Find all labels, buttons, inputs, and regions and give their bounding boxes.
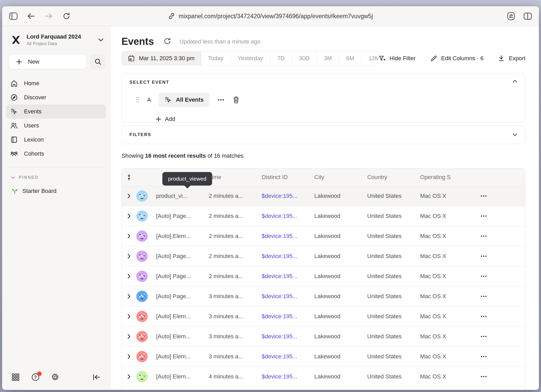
range-6m[interactable]: 6M	[339, 52, 361, 65]
table-row[interactable]	[122, 387, 525, 390]
edit-columns-button[interactable]: Edit Columns · 6	[430, 55, 484, 62]
country-cell: United States	[367, 253, 420, 260]
chevron-up-icon[interactable]	[513, 80, 517, 83]
row-expand-icon[interactable]	[127, 354, 131, 359]
country-cell: United States	[367, 353, 420, 360]
refresh-icon[interactable]	[163, 37, 172, 46]
row-actions-button[interactable]	[478, 315, 487, 317]
range-30d[interactable]: 30D	[292, 52, 317, 65]
range-7d[interactable]: 7D	[270, 52, 292, 65]
distinct-id-link[interactable]: $device:195...	[262, 213, 314, 219]
address-bar[interactable]: mixpanel.com/project/3472420/view/397469…	[168, 13, 373, 20]
distinct-id-link[interactable]: $device:195...	[262, 353, 314, 360]
sidebar-item-starter-board[interactable]: Starter Board	[2, 180, 110, 194]
table-row[interactable]: [Auto] Page... 2 minutes a... $device:19…	[122, 206, 525, 226]
table-row[interactable]: [Auto] Elem... 3 minutes a... $device:19…	[122, 306, 525, 326]
back-icon[interactable]	[27, 12, 35, 21]
row-actions-button[interactable]	[478, 335, 487, 338]
add-event-button[interactable]: Add	[156, 116, 175, 123]
trash-icon[interactable]	[233, 96, 239, 103]
sidebar-item-discover[interactable]: Discover	[6, 90, 106, 105]
distinct-id-link[interactable]: $device:195...	[262, 293, 314, 300]
pinned-section-toggle[interactable]: PINNED	[2, 167, 110, 180]
row-expand-icon[interactable]	[127, 374, 131, 379]
sidebar-item-lexicon[interactable]: Lexicon	[6, 133, 106, 147]
table-row[interactable]: [Auto] Page... 2 minutes a... $device:19…	[122, 266, 525, 286]
row-expand-icon[interactable]	[127, 294, 131, 299]
sort-icon[interactable]	[127, 174, 131, 181]
row-expand-icon[interactable]	[127, 274, 131, 279]
chevron-down-icon[interactable]	[513, 133, 517, 136]
export-button[interactable]: Export	[498, 55, 525, 62]
table-row[interactable]: [Auto] Elem... 3 minutes a... $device:19…	[122, 326, 525, 346]
sidebar-item-users[interactable]: Users	[6, 119, 106, 133]
event-avatar	[136, 291, 156, 302]
url-path: /project/3472420/view/3974696/app/events…	[216, 13, 373, 19]
event-avatar	[136, 351, 156, 362]
time-cell: 2 minutes a...	[209, 253, 262, 260]
new-button[interactable]: New	[9, 54, 87, 69]
event-selector-chip[interactable]: All Events	[159, 93, 209, 107]
sidebar-item-events[interactable]: Events	[6, 105, 106, 119]
column-header-city[interactable]: City	[314, 174, 367, 181]
row-actions-button[interactable]	[478, 255, 487, 257]
column-header-time[interactable]: Time	[209, 174, 262, 181]
distinct-id-link[interactable]: $device:195...	[262, 233, 314, 240]
split-view-icon[interactable]	[523, 12, 532, 21]
date-picker-button[interactable]: Mar 11, 2025 3:30 pm	[122, 52, 201, 65]
page-settings-icon[interactable]	[507, 12, 515, 21]
gear-icon[interactable]	[51, 372, 60, 382]
table-row[interactable]: product_vi... 2 minutes a... $device:195…	[122, 186, 525, 206]
distinct-id-link[interactable]: $device:195...	[262, 273, 314, 280]
search-button[interactable]	[90, 54, 105, 69]
hide-filter-button[interactable]: Hide Filter	[378, 55, 416, 62]
row-expand-icon[interactable]	[127, 213, 131, 219]
distinct-id-link[interactable]: $device:195...	[262, 193, 314, 199]
table-row[interactable]: [Auto] Elem... 2 minutes a... $device:19…	[122, 226, 525, 246]
row-expand-icon[interactable]	[127, 193, 131, 199]
events-icon	[164, 96, 172, 103]
users-icon	[10, 122, 18, 129]
table-row[interactable]: [Auto] Elem... 3 minutes a... $device:19…	[122, 346, 525, 366]
sidebar-toggle-icon[interactable]	[9, 12, 18, 21]
project-switcher[interactable]: Lord Farquaad 2024 All Project Data	[2, 26, 110, 46]
ellipsis-icon[interactable]	[216, 99, 226, 101]
row-actions-button[interactable]	[478, 215, 487, 217]
time-cell: 2 minutes a...	[209, 233, 262, 240]
row-actions-button[interactable]	[478, 295, 487, 297]
distinct-id-link[interactable]: $device:195...	[262, 253, 314, 260]
help-icon[interactable]: ?	[31, 372, 40, 382]
row-actions-button[interactable]	[478, 195, 487, 197]
row-expand-icon[interactable]	[127, 314, 131, 319]
drag-handle-icon[interactable]	[136, 97, 139, 103]
range-yesterday[interactable]: Yesterday	[231, 52, 270, 65]
row-actions-button[interactable]	[478, 376, 487, 378]
export-label: Export	[509, 55, 525, 62]
forward-icon[interactable]	[44, 12, 53, 21]
event-name-cell: product_vi...	[156, 193, 209, 199]
column-header-os[interactable]: Operating S	[420, 174, 478, 181]
distinct-id-link[interactable]: $device:195...	[262, 333, 314, 340]
reload-icon[interactable]	[62, 12, 71, 21]
column-header-country[interactable]: Country	[367, 174, 420, 181]
range-12m[interactable]: 12M	[361, 52, 378, 65]
range-3m[interactable]: 3M	[317, 52, 339, 65]
column-header-distinct-id[interactable]: Distinct ID	[262, 174, 314, 181]
row-expand-icon[interactable]	[127, 334, 131, 339]
collapse-sidebar-icon[interactable]	[92, 372, 101, 382]
row-actions-button[interactable]	[478, 275, 487, 277]
table-row[interactable]: [Auto] Page... 3 minutes a... $device:19…	[122, 286, 525, 306]
sidebar-item-cohorts[interactable]: Cohorts	[6, 147, 106, 161]
event-name-cell: [Auto] Page...	[156, 253, 209, 260]
sidebar-item-home[interactable]: Home	[6, 76, 106, 90]
row-actions-button[interactable]	[478, 356, 487, 358]
table-row[interactable]: [Auto] Page... 2 minutes a... $device:19…	[122, 246, 525, 266]
row-expand-icon[interactable]	[127, 234, 131, 239]
row-actions-button[interactable]	[478, 235, 487, 237]
range-today[interactable]: Today	[201, 52, 231, 65]
row-expand-icon[interactable]	[127, 254, 131, 259]
table-row[interactable]: [Auto] Elem... 4 minutes a... $device:19…	[122, 366, 525, 387]
apps-grid-icon[interactable]	[11, 372, 20, 382]
distinct-id-link[interactable]: $device:195...	[262, 373, 314, 380]
distinct-id-link[interactable]: $device:195...	[262, 313, 314, 320]
